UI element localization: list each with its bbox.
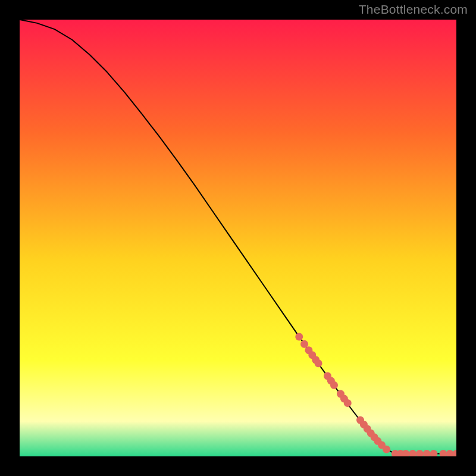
- watermark-text: TheBottleneck.com: [359, 2, 468, 17]
- marker-point: [330, 381, 338, 389]
- gradient-background: [20, 20, 456, 456]
- marker-point: [344, 399, 352, 407]
- chart-plot-area: [20, 20, 456, 456]
- marker-point: [295, 333, 303, 340]
- marker-point: [383, 446, 390, 453]
- chart-frame: TheBottleneck.com: [0, 0, 476, 476]
- marker-point: [315, 359, 322, 367]
- chart-svg: [20, 20, 456, 456]
